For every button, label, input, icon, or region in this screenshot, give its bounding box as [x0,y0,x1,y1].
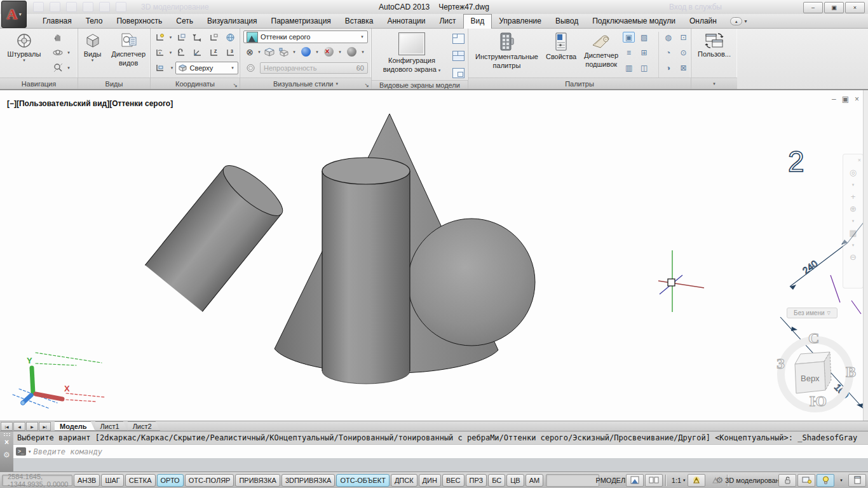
ucs-object-button[interactable] [206,30,222,44]
drag-handle-icon[interactable] [3,433,11,436]
command-customize-icon[interactable]: ⚙ [3,451,10,459]
chevron-down-icon[interactable]: ▾ [315,50,320,55]
canvas-scrollbar[interactable] [863,90,868,421]
tab-annotate[interactable]: Аннотации [380,14,432,28]
tab-layout1[interactable]: Лист1 [95,421,128,431]
navbar-pan-icon[interactable]: + [851,192,856,201]
view-manager-button[interactable]: Диспетчер видов [108,30,149,78]
ucs-origin-button[interactable] [152,60,168,75]
toggle-ducs[interactable]: ДПСК [391,474,417,487]
quickview-drawings-button[interactable] [626,474,644,487]
render-palette-icon[interactable]: ⊙ [677,47,689,58]
dialog-launcher-icon[interactable]: ↘ [233,82,238,88]
drawing-minimize-icon[interactable]: – [832,95,836,104]
hardware-acceleration-button[interactable] [797,474,815,487]
panel-title-model-viewports[interactable]: Видовые экраны модели [372,80,468,89]
ucs-world-globe-button[interactable] [222,30,238,44]
quickcalc-palette-icon[interactable]: ⊞ [638,47,650,58]
tab-view[interactable]: Вид [463,14,492,29]
chevron-down-icon[interactable]: ▾ [360,50,365,55]
tab-online[interactable]: Онлайн [682,14,724,28]
chevron-down-icon[interactable]: ▾ [852,180,855,189]
join-viewports-button[interactable] [450,48,466,63]
command-input-placeholder[interactable]: Введите команду [34,447,102,456]
markup-palette-icon[interactable]: ◫ [638,62,650,73]
toggle-lineweight[interactable]: ВЕС [442,474,465,487]
ribbon-collapse-control[interactable]: ▴ ▾ [730,14,747,28]
shadows-button[interactable] [297,44,314,59]
tab-mesh[interactable]: Сеть [169,14,200,28]
minimize-button[interactable]: – [803,2,823,13]
drawing-close-icon[interactable]: × [855,95,859,104]
toggle-polar[interactable]: ОТС-ПОЛЯР [185,474,234,487]
pan-button[interactable] [50,30,66,44]
command-line-palette-icon[interactable]: ▣ [623,32,635,43]
tab-layout[interactable]: Лист [432,14,463,28]
panel-title-views[interactable]: Виды [78,78,150,89]
panel-expand-icon[interactable]: ▾ [336,81,338,86]
materials-browser-palette-icon[interactable]: ◍ [662,32,674,43]
navigation-bar[interactable]: × ◎ ▾ + ⊕ ▾ ▦ ▾ ⊖ [843,154,864,288]
chevron-down-icon[interactable]: ▾ [852,216,855,226]
annotation-scale-button[interactable]: 1:1 ▾ [668,474,686,487]
toggle-osnap[interactable]: ПРИВЯЗКА [235,474,280,487]
toggle-otrack[interactable]: ОТС-ОБЪЕКТ [336,474,389,487]
isolate-objects-button[interactable] [817,474,834,487]
tab-model[interactable]: Модель [55,421,95,431]
edge-effects-button[interactable] [277,44,291,59]
viewport-style-control[interactable]: [Оттенки серого] [109,99,173,108]
sphere-solid[interactable] [408,219,535,346]
chevron-down-icon[interactable]: ▾ [292,50,297,55]
visual-style-dropdown[interactable]: Оттенки серого ▾ [243,30,368,43]
tab-surface[interactable]: Поверхность [109,14,169,28]
ucs-world-button[interactable] [173,30,190,44]
cloud-palette-icon[interactable]: ▨ [638,32,650,43]
ucs-undo-button[interactable] [173,45,190,60]
named-view-dropdown[interactable]: Сверху ▾ [175,62,238,74]
tab-prev-button[interactable]: ◀ [13,422,25,431]
tilted-cylinder-solid[interactable] [145,158,289,312]
tab-home[interactable]: Главная [36,14,79,28]
toggle-grid[interactable]: СЕТКА [125,474,156,487]
named-viewports-button[interactable] [450,31,466,46]
sun-properties-palette-icon[interactable]: ⊠ [677,62,689,73]
signin-link[interactable]: Вход в службы [669,3,722,11]
app-menu-button[interactable]: A ▾ [1,1,27,28]
dbconnect-palette-icon[interactable]: ▥ [623,62,635,73]
model-space-button[interactable]: РМОДЕЛЬ [600,474,625,487]
annotation-text-2[interactable]: 2 [788,145,804,178]
tab-render[interactable]: Визуализация [200,14,264,28]
drawing-restore-icon[interactable]: ▣ [842,95,849,104]
steering-wheels-button[interactable]: Штурвалы ▾ [1,30,47,78]
ribbon-collapse-icon[interactable]: ▴ [730,17,743,25]
tool-palettes-button[interactable]: Инструментальные палитры [472,30,541,78]
panel-title-palettes[interactable]: Палитры [468,78,691,89]
ucs-zaxis-button[interactable]: Z [206,45,222,60]
chevron-down-icon[interactable]: ▾ [66,65,71,71]
properties-button[interactable]: Свойства [543,30,580,78]
viewcube-named-view-pill[interactable]: Без имени ▽ [787,308,837,318]
viewport-collapse-control[interactable]: [−] [7,99,17,108]
toggle-ortho[interactable]: ОРТО [157,474,184,487]
tab-manage[interactable]: Управление [492,14,548,28]
tab-output[interactable]: Вывод [548,14,585,28]
navbar-motion-icon[interactable]: ⊖ [850,252,857,262]
viewcube-west[interactable]: З [776,355,785,372]
orbit-button[interactable] [50,45,66,60]
tab-plugins[interactable]: Подключаемые модули [585,14,682,28]
ucs-previous-button[interactable] [189,30,206,44]
materials-button[interactable] [343,44,360,59]
ribbon-collapse-menu-icon[interactable]: ▾ [744,18,747,24]
chevron-down-icon[interactable]: ▾ [168,35,173,40]
toggle-selectioncycling[interactable]: ЦВ [506,474,524,487]
navbar-zoom-icon[interactable]: ⊕ [850,204,857,214]
sheet-set-manager-button[interactable]: Диспетчер подшивок [581,30,621,78]
toggle-dyn[interactable]: ДИН [419,474,441,487]
views-button[interactable]: Виды ▾ [79,30,105,78]
ucs-view-button[interactable] [189,45,206,60]
toggle-am[interactable]: АМ [526,474,544,487]
command-close-icon[interactable]: × [4,438,9,447]
chevron-down-icon[interactable]: ▾ [337,50,342,55]
command-input-row[interactable]: >_ ▾ Введите команду [13,445,868,458]
visual-styles-palette-icon[interactable]: ⊡ [677,32,689,43]
